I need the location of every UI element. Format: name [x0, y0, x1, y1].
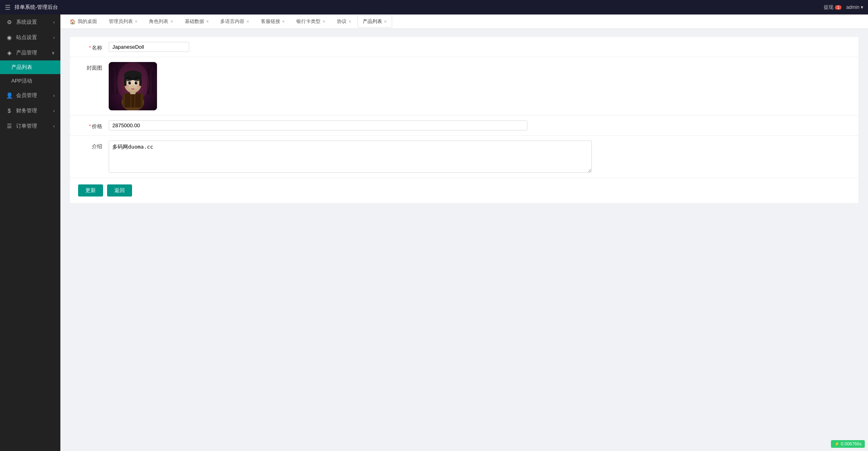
tab-product-list-close[interactable]: × [384, 19, 386, 24]
svg-point-29 [125, 85, 129, 87]
tab-admin-list-close[interactable]: × [135, 19, 137, 24]
svg-point-28 [131, 88, 134, 90]
sidebar-label-system-settings: 系统设置 [16, 19, 37, 26]
tab-product-list[interactable]: 产品列表 × [358, 15, 392, 28]
tab-home-label: 我的桌面 [78, 18, 97, 25]
home-icon: 🏠 [70, 19, 76, 25]
sidebar-item-finance-management[interactable]: $ 财务管理 ‹ [0, 103, 60, 118]
menu-icon[interactable]: ☰ [5, 4, 10, 11]
svg-point-26 [136, 82, 137, 83]
product-mgmt-icon: ◈ [6, 50, 13, 56]
tab-customer-links-label: 客服链接 [261, 18, 280, 25]
version-text: 0.006766s [841, 441, 862, 446]
arrow-icon-finance: ‹ [53, 108, 55, 113]
sidebar-label-finance-management: 财务管理 [16, 107, 37, 114]
member-icon: 👤 [6, 92, 13, 99]
sidebar-item-system-settings[interactable]: ⚙ 系统设置 ‹ [0, 14, 60, 30]
tab-multilang-label: 多语言内容 [220, 18, 244, 25]
back-button[interactable]: 返回 [107, 184, 132, 197]
tab-bank-card-types[interactable]: 银行卡类型 × [291, 15, 330, 28]
action-row: 更新 返回 [70, 178, 858, 203]
tab-admin-list-label: 管理员列表 [109, 18, 133, 25]
sidebar-item-product-list[interactable]: 产品列表 [0, 60, 60, 74]
name-label: 名称 [78, 42, 102, 52]
sidebar-item-member-management[interactable]: 👤 会员管理 ‹ [0, 88, 60, 103]
svg-point-17 [126, 77, 132, 81]
admin-menu[interactable]: admin ▾ [846, 4, 863, 10]
header-left: ☰ 排单系统-管理后台 [5, 4, 58, 11]
tab-multilang-close[interactable]: × [246, 19, 249, 24]
order-icon: ☰ [6, 123, 13, 129]
tab-protocol-label: 协议 [337, 18, 347, 25]
tab-role-list-close[interactable]: × [170, 19, 173, 24]
sidebar-label-product-list: 产品列表 [11, 64, 32, 71]
tab-admin-list[interactable]: 管理员列表 × [103, 15, 143, 28]
svg-rect-4 [152, 72, 154, 94]
tab-role-list[interactable]: 角色列表 × [144, 15, 178, 28]
notifications-badge: 1 [835, 5, 841, 10]
svg-point-25 [130, 82, 131, 83]
tab-customer-links-close[interactable]: × [282, 19, 285, 24]
arrow-icon: ‹ [53, 20, 55, 25]
tab-customer-links[interactable]: 客服链接 × [256, 15, 290, 28]
header-right: 提现 1 admin ▾ [824, 4, 863, 11]
tab-product-list-label: 产品列表 [363, 18, 382, 25]
cover-image[interactable] [109, 62, 157, 110]
svg-point-27 [132, 86, 134, 87]
body: ⚙ 系统设置 ‹ ◉ 站点设置 ‹ ◈ 产品管理 ∨ 产品列表 APP活动 👤 … [0, 14, 868, 451]
app-title: 排单系统-管理后台 [14, 4, 58, 11]
form-row-cover: 封面图 [70, 57, 858, 116]
price-label: 价格 [78, 120, 102, 130]
tab-basic-data-close[interactable]: × [206, 19, 209, 24]
form-row-price: 价格 [70, 116, 858, 136]
form-wrapper: 名称 封面图 [70, 37, 858, 203]
svg-rect-8 [125, 93, 141, 108]
tab-home[interactable]: 🏠 我的桌面 [64, 15, 102, 28]
sidebar-item-product-management[interactable]: ◈ 产品管理 ∨ [0, 45, 60, 60]
site-icon: ◉ [6, 34, 13, 41]
sidebar-label-order-management: 订单管理 [16, 122, 37, 130]
arrow-icon-site: ‹ [53, 35, 55, 40]
arrow-icon-member: ‹ [53, 93, 55, 98]
intro-label: 介绍 [78, 141, 102, 150]
sidebar-label-product-management: 产品管理 [16, 49, 37, 56]
sidebar-item-site-settings[interactable]: ◉ 站点设置 ‹ [0, 30, 60, 45]
intro-textarea[interactable]: 多码网duoma.cc [109, 141, 592, 173]
notifications-button[interactable]: 提现 1 [824, 4, 841, 11]
form-row-name: 名称 [70, 37, 858, 57]
main-content: 名称 封面图 [60, 29, 868, 451]
tab-protocol[interactable]: 协议 × [332, 15, 356, 28]
form-row-intro: 介绍 多码网duoma.cc [70, 136, 858, 178]
tab-bank-card-types-label: 银行卡类型 [296, 18, 320, 25]
sidebar: ⚙ 系统设置 ‹ ◉ 站点设置 ‹ ◈ 产品管理 ∨ 产品列表 APP活动 👤 … [0, 14, 60, 451]
tab-bank-card-types-close[interactable]: × [322, 19, 325, 24]
arrow-icon-product: ∨ [52, 50, 55, 56]
tabs-bar: 🏠 我的桌面 管理员列表 × 角色列表 × 基础数据 × 多语言内容 × 客服链… [60, 14, 868, 29]
footer-version-badge: ⚡ 0.006766s [831, 440, 865, 448]
header: ☰ 排单系统-管理后台 提现 1 admin ▾ [0, 0, 868, 14]
tab-multilang[interactable]: 多语言内容 × [215, 15, 254, 28]
svg-rect-1 [111, 70, 114, 94]
version-icon: ⚡ [834, 441, 840, 446]
tab-role-list-label: 角色列表 [149, 18, 168, 25]
notifications-label: 提现 [824, 4, 833, 11]
update-button[interactable]: 更新 [78, 184, 103, 197]
tab-basic-data[interactable]: 基础数据 × [180, 15, 214, 28]
sidebar-item-app-activity[interactable]: APP活动 [0, 74, 60, 88]
tab-basic-data-label: 基础数据 [185, 18, 204, 25]
sidebar-label-app-activity: APP活动 [11, 77, 32, 85]
cover-label: 封面图 [78, 62, 102, 72]
price-input[interactable] [109, 120, 527, 130]
settings-icon: ⚙ [6, 19, 13, 25]
svg-point-30 [137, 85, 141, 87]
arrow-icon-order: ‹ [53, 124, 55, 128]
svg-point-18 [134, 77, 140, 81]
sidebar-label-member-management: 会员管理 [16, 92, 37, 99]
name-input[interactable] [109, 42, 189, 52]
sidebar-item-order-management[interactable]: ☰ 订单管理 ‹ [0, 118, 60, 134]
finance-icon: $ [6, 108, 13, 114]
tab-protocol-close[interactable]: × [349, 19, 351, 24]
sidebar-label-site-settings: 站点设置 [16, 34, 37, 41]
